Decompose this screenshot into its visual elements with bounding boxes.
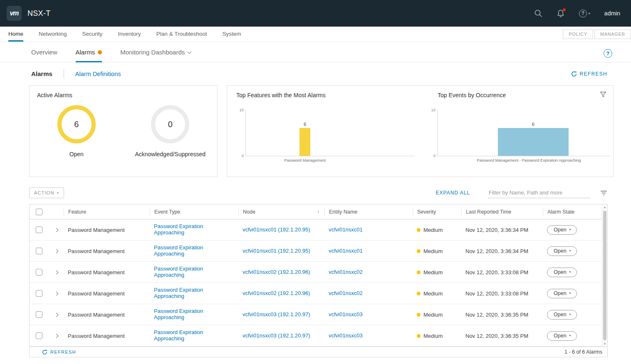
caret-down-icon: ▾	[569, 334, 571, 337]
column-header-alarm-state[interactable]: Alarm State	[543, 208, 602, 216]
node-link[interactable]: vcfvi01nsxc01 (192.1.20.95)	[243, 248, 310, 254]
entity-name-link[interactable]: vcfvi01nsxc02	[329, 269, 363, 275]
row-checkbox[interactable]	[36, 226, 42, 233]
table-row: Password Management Password Expiration …	[30, 283, 602, 304]
nav-item-inventory[interactable]: Inventory	[118, 27, 141, 42]
manager-button[interactable]: MANAGER	[594, 29, 631, 39]
entity-name-link[interactable]: vcfvi01nsxc03	[329, 312, 363, 318]
alarm-state-pill[interactable]: Open▾	[547, 331, 577, 341]
entity-name-link[interactable]: vcfvi01nsxc01	[329, 227, 363, 233]
last-reported-cell: Nov 12, 2020, 3:33:08 PM	[461, 269, 543, 275]
nav-item-system[interactable]: System	[222, 27, 241, 42]
vmware-logo-text: vm	[10, 10, 18, 17]
open-donut[interactable]: 6	[57, 105, 96, 143]
active-alarms-card: Active Alarms 6 Open 0 Acknowledged/Supp…	[29, 85, 218, 177]
caret-down-icon: ▾	[589, 12, 590, 15]
alarm-charts-card: Top Features with the Most Alarms 10 0 6…	[227, 85, 614, 177]
row-expander-icon[interactable]	[54, 291, 59, 295]
row-checkbox[interactable]	[36, 269, 42, 275]
vmware-logo[interactable]: vm	[7, 6, 22, 21]
tab-monitoring-dashboards[interactable]: Monitoring Dashboards	[120, 49, 191, 62]
column-header-node[interactable]: Node↑	[238, 208, 324, 216]
entity-name-link[interactable]: vcfvi01nsxc03	[329, 333, 363, 339]
divider	[64, 69, 64, 79]
column-header-event-type[interactable]: Event Type	[150, 208, 238, 216]
column-header-severity[interactable]: Severity	[413, 208, 461, 216]
column-header-feature[interactable]: Feature	[64, 208, 150, 216]
bar-password-management[interactable]	[299, 128, 310, 156]
alarm-state-pill[interactable]: Open▾	[547, 225, 577, 235]
table-row: Password Management Password Expiration …	[30, 262, 602, 283]
alarm-state-pill[interactable]: Open▾	[547, 246, 577, 256]
severity-dot-icon	[417, 292, 421, 295]
entity-name-link[interactable]: vcfvi01nsxc02	[329, 290, 363, 297]
node-link[interactable]: vcfvi01nsxc01 (192.1.20.95)	[243, 227, 310, 233]
row-expander-icon[interactable]	[54, 312, 59, 317]
ack-count: 0	[168, 120, 173, 129]
alarm-state-pill[interactable]: Open▾	[547, 268, 577, 277]
y-tick-min: 0	[426, 153, 436, 158]
column-header-last-reported[interactable]: Last Reported Time	[461, 208, 543, 216]
table-toolbar: ACTION ▾ EXPAND ALL	[0, 177, 631, 199]
sort-asc-icon[interactable]: ↑	[317, 209, 320, 215]
row-checkbox[interactable]	[36, 332, 42, 339]
search-icon[interactable]	[534, 9, 542, 17]
event-type-link[interactable]: Password Expiration Approaching	[154, 330, 223, 342]
column-header-entity-name[interactable]: Entity Name	[324, 208, 413, 216]
scroll-up-icon[interactable]: ▲	[604, 206, 606, 209]
policy-button[interactable]: POLICY	[563, 29, 593, 39]
scroll-down-icon[interactable]: ▼	[604, 342, 606, 345]
severity-label: Medium	[423, 269, 443, 275]
caret-down-icon: ▾	[57, 191, 59, 195]
event-type-link[interactable]: Password Expiration Approaching	[154, 224, 223, 236]
vertical-scrollbar[interactable]: ▲ ▼	[602, 204, 607, 347]
row-expander-icon[interactable]	[54, 249, 59, 253]
event-type-link[interactable]: Password Expiration Approaching	[154, 266, 223, 278]
node-link[interactable]: vcfvi01nsxc02 (192.1.20.96)	[243, 269, 310, 275]
alarm-state-pill[interactable]: Open▾	[547, 310, 577, 320]
notifications-bell-icon[interactable]	[557, 9, 565, 18]
severity-label: Medium	[423, 248, 443, 254]
entity-name-link[interactable]: vcfvi01nsxc01	[329, 248, 363, 254]
node-link[interactable]: vcfvi01nsxc03 (192.1.20.97)	[243, 333, 310, 339]
user-menu[interactable]: admin	[604, 10, 620, 17]
select-all-checkbox[interactable]	[36, 209, 42, 215]
summary-cards: Active Alarms 6 Open 0 Acknowledged/Supp…	[0, 85, 631, 177]
last-reported-cell: Nov 12, 2020, 3:36:35 PM	[461, 333, 543, 339]
event-type-link[interactable]: Password Expiration Approaching	[154, 308, 223, 321]
tab-alarms[interactable]: Alarms	[76, 49, 102, 62]
event-type-link[interactable]: Password Expiration Approaching	[154, 245, 223, 257]
row-expander-icon[interactable]	[54, 228, 59, 232]
table-refresh-button[interactable]: REFRESH	[42, 349, 76, 355]
row-checkbox[interactable]	[36, 290, 42, 297]
node-link[interactable]: vcfvi01nsxc02 (192.1.20.96)	[243, 290, 310, 297]
nav-item-security[interactable]: Security	[82, 27, 103, 42]
row-checkbox[interactable]	[36, 248, 42, 254]
expand-all-link[interactable]: EXPAND ALL	[436, 190, 470, 196]
ack-donut[interactable]: 0	[151, 105, 189, 143]
tab-overview[interactable]: Overview	[31, 49, 57, 62]
chart-plot-area: 10 0 6 Password Management - Password Ex…	[437, 110, 610, 156]
scrollbar-thumb[interactable]	[603, 211, 606, 340]
help-icon[interactable]: ? ▾	[579, 10, 590, 17]
page-help-icon[interactable]: ?	[604, 49, 612, 58]
row-expander-icon[interactable]	[54, 270, 59, 274]
action-button[interactable]: ACTION ▾	[29, 187, 64, 198]
node-link[interactable]: vcfvi01nsxc03 (192.1.20.97)	[243, 312, 310, 318]
filter-lines-icon[interactable]	[600, 190, 607, 196]
event-type-link[interactable]: Password Expiration Approaching	[154, 287, 223, 300]
alarms-subheader: Alarms Alarm Definitions REFRESH	[0, 62, 631, 85]
refresh-button[interactable]: REFRESH	[571, 71, 607, 77]
bar-password-expiration[interactable]	[498, 128, 569, 156]
alarm-definitions-link[interactable]: Alarm Definitions	[75, 71, 121, 77]
row-expander-icon[interactable]	[54, 334, 59, 338]
chevron-down-icon	[188, 49, 192, 54]
nav-item-networking[interactable]: Networking	[39, 27, 67, 42]
feature-cell: Password Management	[64, 290, 150, 297]
filter-input[interactable]	[488, 187, 590, 198]
bar-value-label: 6	[304, 122, 306, 127]
nav-item-home[interactable]: Home	[8, 27, 23, 42]
row-checkbox[interactable]	[36, 311, 42, 318]
nav-item-plan-troubleshoot[interactable]: Plan & Troubleshoot	[156, 27, 207, 42]
alarm-state-pill[interactable]: Open▾	[547, 289, 577, 298]
